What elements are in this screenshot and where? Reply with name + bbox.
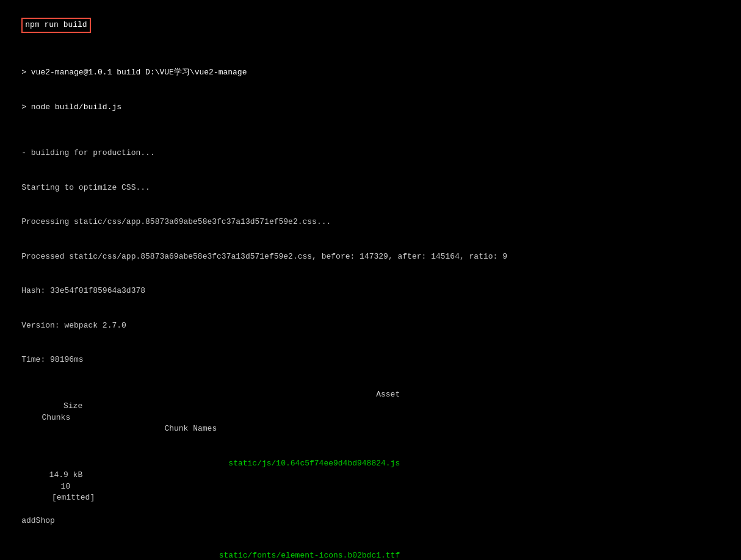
prompt-line-2: > node build/build.js — [0, 90, 741, 125]
building-line-3: Processing static/css/app.85873a69abe58e… — [0, 205, 741, 240]
asset-row-2: static/fonts/element-icons.b02bdc1.ttf 1… — [0, 539, 741, 560]
blank-line-2 — [0, 124, 741, 136]
version-line: Version: webpack 2.7.0 — [0, 309, 741, 343]
building-line-4: Processed static/css/app.85873a69abe58e3… — [0, 240, 741, 275]
prompt-line-1: > vue2-manage@1.0.1 build D:\VUE学习\vue2-… — [0, 56, 741, 90]
npm-command: npm run build — [21, 18, 90, 33]
building-line-2: Starting to optimize CSS... — [0, 171, 741, 206]
table-header-row: Asset Size Chunks Chunk Names — [0, 378, 741, 447]
blank-line-1 — [0, 45, 741, 56]
building-line-1: - building for production... — [0, 136, 741, 171]
terminal: npm run build > vue2-manage@1.0.1 build … — [0, 4, 741, 560]
asset-row-1: static/js/10.64c5f74ee9d4bd948824.js 14.… — [0, 447, 741, 539]
command-line: npm run build — [0, 6, 741, 45]
time-line: Time: 98196ms — [0, 343, 741, 378]
hash-line: Hash: 33e54f01f85964a3d378 — [0, 274, 741, 309]
